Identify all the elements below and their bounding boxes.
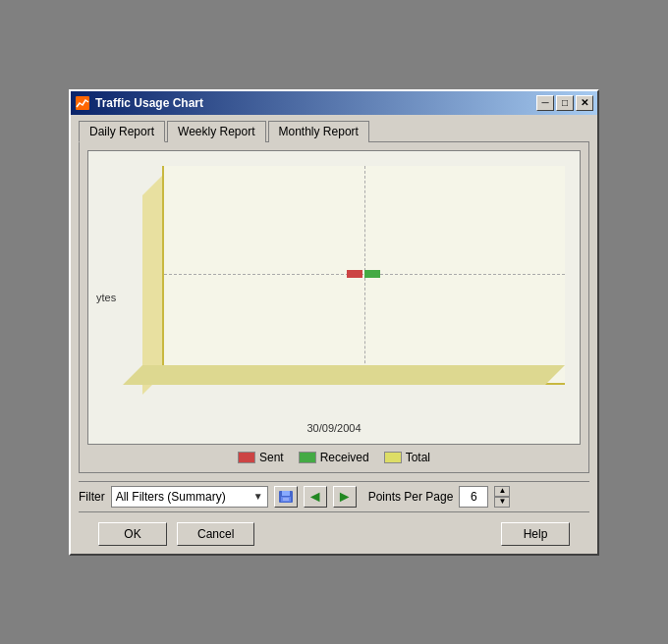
chart-floor: [123, 365, 565, 385]
main-window: Traffic Usage Chart ─ □ ✕ Daily Report W…: [69, 89, 599, 556]
prev-page-button[interactable]: ◄: [304, 486, 327, 508]
tab-content: ytes: [79, 141, 589, 473]
help-button[interactable]: Help: [501, 522, 570, 546]
chart-3d: [142, 166, 565, 404]
filter-value: All Filters (Summary): [116, 490, 226, 504]
data-bars: [347, 270, 380, 278]
legend-sent-box: [238, 452, 255, 463]
svg-rect-4: [283, 498, 289, 501]
legend-sent: Sent: [238, 451, 284, 464]
filter-label: Filter: [79, 490, 105, 504]
legend-total-label: Total: [406, 451, 430, 464]
legend-received-box: [299, 452, 316, 463]
y-axis-label: ytes: [96, 292, 116, 303]
dropdown-arrow-icon: ▼: [253, 491, 263, 502]
points-per-page-label: Points Per Page: [368, 490, 454, 504]
chart-back-wall: [162, 166, 565, 385]
chart-area: ytes: [87, 150, 581, 445]
tab-daily[interactable]: Daily Report: [79, 121, 165, 142]
ok-cancel-group: OK Cancel: [98, 522, 254, 546]
chart-legend: Sent Received Total: [87, 451, 581, 464]
cancel-button[interactable]: Cancel: [177, 522, 254, 546]
next-page-button[interactable]: ►: [333, 486, 357, 508]
ok-button[interactable]: OK: [98, 522, 167, 546]
close-button[interactable]: ✕: [576, 95, 593, 111]
save-button[interactable]: [274, 486, 298, 508]
points-per-page-input[interactable]: [459, 486, 488, 508]
legend-received: Received: [299, 451, 369, 464]
svg-rect-0: [76, 96, 89, 110]
svg-rect-2: [282, 491, 290, 496]
chart-side-wall: [142, 176, 162, 395]
legend-total-box: [384, 452, 402, 463]
points-spinner: ▲ ▼: [494, 486, 510, 508]
maximize-button[interactable]: □: [556, 95, 574, 111]
tab-weekly[interactable]: Weekly Report: [167, 121, 265, 142]
bar-received: [364, 270, 380, 278]
bottom-buttons: OK Cancel Help: [79, 522, 589, 546]
bar-sent: [347, 270, 362, 278]
spinner-down-button[interactable]: ▼: [494, 497, 510, 508]
controls-row: Filter All Filters (Summary) ▼ ◄: [79, 481, 589, 512]
legend-sent-label: Sent: [259, 451, 284, 464]
right-arrow-icon: ►: [337, 488, 353, 506]
tab-monthly[interactable]: Monthly Report: [268, 121, 369, 142]
app-icon: [75, 95, 90, 111]
filter-dropdown[interactable]: All Filters (Summary) ▼: [111, 486, 268, 508]
left-arrow-icon: ◄: [307, 488, 323, 506]
window-title: Traffic Usage Chart: [95, 96, 531, 110]
minimize-button[interactable]: ─: [536, 95, 554, 111]
window-content: Daily Report Weekly Report Monthly Repor…: [71, 115, 597, 554]
window-controls: ─ □ ✕: [536, 95, 593, 111]
x-axis-label: 30/09/2004: [306, 422, 361, 434]
legend-received-label: Received: [320, 451, 369, 464]
spinner-up-button[interactable]: ▲: [494, 486, 510, 497]
titlebar: Traffic Usage Chart ─ □ ✕: [71, 91, 597, 115]
save-icon: [278, 490, 294, 504]
tab-bar: Daily Report Weekly Report Monthly Repor…: [79, 121, 589, 142]
legend-total: Total: [384, 451, 430, 464]
